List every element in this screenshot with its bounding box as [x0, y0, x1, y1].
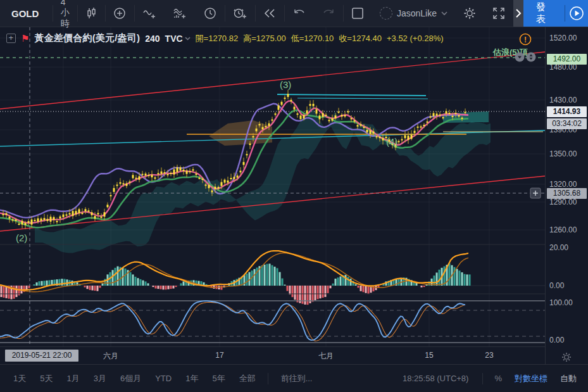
layout-icon[interactable]	[343, 0, 372, 27]
interval-button[interactable]: 4小時	[53, 0, 77, 27]
time-tick-label: 七月	[318, 351, 334, 362]
percent-scale-button[interactable]: %	[488, 374, 508, 383]
wave-annotation[interactable]: (3)	[280, 79, 291, 90]
chevron-down-icon	[441, 11, 447, 16]
price-tick-label: 1350.00	[549, 149, 577, 159]
price-tick-label: 0.00	[549, 281, 564, 291]
chart-legend: ⚑ 黃金差價合約(美元/盎司) 240 TVC 開=1270.82 高=1275…	[6, 32, 444, 44]
undo-icon[interactable]	[285, 0, 314, 27]
bottom-toolbar: 1天5天1月3月6個月YTD1年5年全部 前往到... 18:25:58 (UT…	[0, 364, 588, 392]
wave-annotation[interactable]: (2)	[16, 232, 27, 243]
range-button-3月[interactable]: 3月	[87, 373, 113, 384]
range-button-1天[interactable]: 1天	[6, 373, 33, 384]
chevron-down-icon	[185, 37, 191, 41]
clock-label[interactable]: 18:25:58 (UTC+8)	[403, 374, 468, 383]
chart-style-candles-icon[interactable]	[77, 0, 105, 27]
time-tick-label: 六月	[103, 351, 118, 362]
price-axis[interactable]: 1520.001480.001430.001390.001350.001320.…	[545, 27, 588, 364]
price-tick-label: 0.00	[549, 335, 564, 345]
range-button-5天[interactable]: 5天	[33, 373, 59, 384]
time-tick-label: 15	[425, 351, 433, 360]
ohlc-change: +3.52 (+0.28%)	[387, 34, 444, 43]
symbol-title[interactable]: 黃金差價合約(美元/盎司)	[34, 32, 140, 44]
price-tick-label: 1260.00	[549, 225, 577, 235]
crosshair-time-label: 2019-05-21 22:00	[5, 350, 78, 362]
publish-button[interactable]: 發表	[523, 0, 565, 27]
price-crosshair-label: 1305.68	[547, 188, 587, 199]
panel-collapse-chevron-icon[interactable]	[513, 0, 523, 27]
trading-chart-app: GOLD 4小時	[0, 0, 588, 392]
flag-bookmark-icon[interactable]: ⚑	[21, 33, 29, 44]
play-button[interactable]	[565, 0, 588, 27]
indicator-template-icon[interactable]	[165, 0, 196, 27]
range-buttons: 1天5天1月3月6個月YTD1年5年全部	[6, 373, 263, 384]
interval-label[interactable]: 240	[145, 34, 160, 44]
price-last-label: 1414.93	[547, 106, 587, 117]
warning-icon[interactable]: !	[524, 35, 527, 44]
indicators-icon[interactable]	[135, 0, 165, 27]
price-alert-label: 1492.00	[547, 54, 587, 65]
divider	[482, 373, 483, 384]
divider	[268, 373, 268, 384]
clock-icon[interactable]	[196, 0, 225, 27]
top-toolbar: GOLD 4小時	[0, 0, 588, 27]
price-tick-label: 100.00	[549, 298, 573, 308]
chart-area[interactable]: (2)(3)(4)估浪(5)頂! ⚑ 黃金差價合約(美元/盎司) 240 TVC…	[0, 27, 545, 346]
compare-add-icon[interactable]	[105, 0, 134, 27]
price-tick-label: 20.00	[549, 243, 568, 253]
goto-date-button[interactable]: 前往到...	[273, 373, 320, 384]
fullscreen-icon[interactable]	[484, 0, 513, 27]
range-button-1月[interactable]: 1月	[59, 373, 86, 384]
auto-scale-button[interactable]: 自動	[554, 373, 583, 384]
range-button-YTD[interactable]: YTD	[148, 374, 178, 383]
wave-annotation[interactable]: (4)	[386, 136, 397, 147]
exchange-label[interactable]: TVC	[165, 34, 191, 44]
ohlc-low: 低=1270.10	[291, 33, 334, 44]
range-button-5年[interactable]: 5年	[205, 373, 232, 384]
ohlc-close: 收=1274.40	[339, 33, 382, 44]
symbol-button[interactable]: GOLD	[0, 0, 53, 27]
ohlc-open: 開=1270.82	[196, 33, 239, 44]
bar-replay-icon[interactable]	[255, 0, 284, 27]
alert-clock-add-icon[interactable]	[225, 0, 255, 27]
axis-settings-gear-icon[interactable]	[561, 351, 572, 363]
publish-area: 發表	[513, 0, 588, 27]
time-tick-label: 17	[215, 351, 223, 360]
price-tick-label: 1430.00	[549, 95, 577, 105]
range-button-1年[interactable]: 1年	[178, 373, 205, 384]
redo-icon[interactable]	[314, 0, 343, 27]
chart-canvas: (2)(3)(4)估浪(5)頂!	[0, 27, 545, 349]
time-tick-label: 23	[485, 351, 493, 360]
time-axis[interactable]: 2019-05-21 22:00 六月17七月1523	[0, 346, 545, 364]
username-label: JasonLike	[397, 8, 437, 18]
price-tick-label: 1520.00	[549, 33, 577, 43]
settings-gear-icon[interactable]	[455, 0, 484, 27]
range-button-全部[interactable]: 全部	[232, 373, 263, 384]
user-menu-button[interactable]: JasonLike	[372, 0, 455, 27]
range-button-6個月[interactable]: 6個月	[113, 373, 148, 384]
log-scale-button[interactable]: 對數坐標	[508, 373, 554, 384]
add-symbol-icon[interactable]	[6, 34, 16, 43]
price-countdown-label: 03:34:02	[547, 118, 587, 129]
avatar-dashed-icon	[380, 7, 392, 20]
ohlc-high: 高=1275.00	[243, 33, 286, 44]
